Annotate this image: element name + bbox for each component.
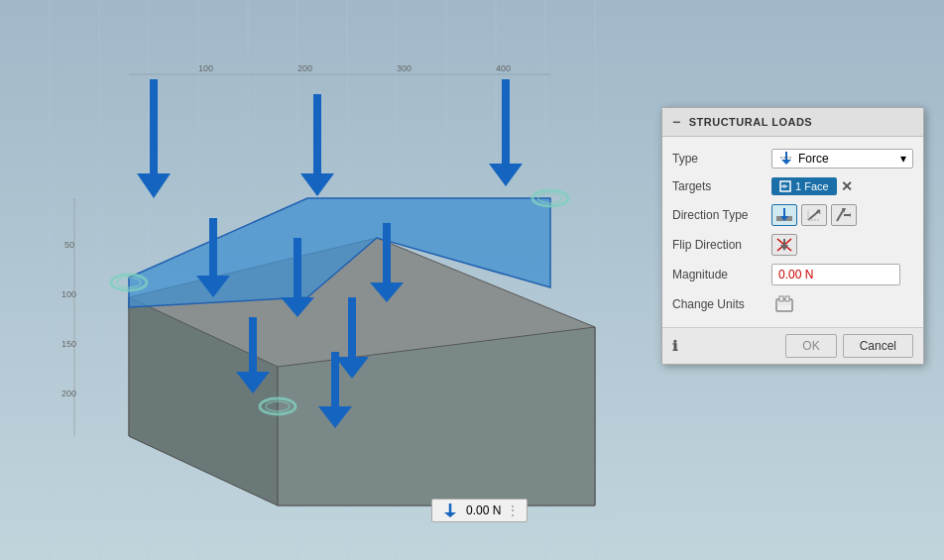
targets-content: 1 Face ✕ <box>771 177 913 195</box>
force-type-icon <box>778 152 794 166</box>
svg-text:150: 150 <box>61 339 76 349</box>
type-value: Force <box>798 152 829 166</box>
svg-line-82 <box>837 209 844 221</box>
svg-rect-90 <box>776 299 792 311</box>
change-units-row: Change Units <box>662 289 923 319</box>
magnitude-label: Magnitude <box>672 268 771 281</box>
flip-direction-label: Flip Direction <box>672 238 771 252</box>
change-units-content <box>771 293 913 315</box>
flip-direction-content <box>771 234 913 256</box>
svg-text:50: 50 <box>64 240 74 250</box>
change-units-button[interactable] <box>771 293 797 315</box>
direction-type-normal-button[interactable] <box>771 204 797 226</box>
panel-header: − STRUCTURAL LOADS <box>662 108 923 137</box>
dropdown-arrow-icon: ▾ <box>900 152 906 166</box>
svg-marker-69 <box>444 512 456 517</box>
axis-direction-icon <box>835 207 853 223</box>
ok-button[interactable]: OK <box>785 334 836 358</box>
type-label: Type <box>672 152 771 166</box>
svg-text:100: 100 <box>61 289 76 299</box>
collapse-icon[interactable]: − <box>672 114 681 130</box>
magnitude-content <box>771 264 913 285</box>
svg-text:200: 200 <box>297 63 312 73</box>
normal-to-face-icon <box>775 207 793 223</box>
structural-loads-panel: − STRUCTURAL LOADS Type Force <box>661 107 924 365</box>
direction-type-axis-button[interactable] <box>831 204 857 226</box>
footer-buttons: OK Cancel <box>785 334 913 358</box>
svg-rect-92 <box>785 296 789 301</box>
overflow-dots[interactable]: ⋮ <box>507 504 519 517</box>
targets-row: Targets 1 Face ✕ <box>662 172 923 200</box>
face-select-icon <box>779 180 791 192</box>
svg-text:400: 400 <box>496 63 511 73</box>
direction-type-row: Direction Type <box>662 200 923 230</box>
targets-value: 1 Face <box>795 180 829 192</box>
cancel-button[interactable]: Cancel <box>843 334 913 358</box>
floating-value-text: 0.00 N <box>466 504 501 517</box>
svg-rect-91 <box>779 296 783 301</box>
magnitude-row: Magnitude <box>662 260 923 289</box>
info-icon[interactable]: ℹ <box>672 338 677 354</box>
svg-text:300: 300 <box>397 63 412 73</box>
svg-text:100: 100 <box>198 63 213 73</box>
direction-type-label: Direction Type <box>672 208 771 222</box>
direction-type-component-button[interactable] <box>801 204 827 226</box>
svg-marker-71 <box>781 160 791 165</box>
units-icon-svg <box>774 295 794 313</box>
type-dropdown[interactable]: Force ▾ <box>771 149 913 168</box>
targets-select-button[interactable]: 1 Face <box>771 177 837 195</box>
targets-clear-button[interactable]: ✕ <box>841 178 853 194</box>
floating-value-display: 0.00 N ⋮ <box>431 499 528 522</box>
panel-footer: ℹ OK Cancel <box>662 327 923 364</box>
svg-marker-74 <box>780 184 788 188</box>
force-icon-small <box>440 503 460 518</box>
flip-icon-svg <box>775 237 793 253</box>
type-content: Force ▾ <box>771 149 913 168</box>
flip-direction-row: Flip Direction <box>662 230 923 260</box>
targets-label: Targets <box>672 179 771 193</box>
svg-marker-85 <box>850 212 851 218</box>
direction-type-content <box>771 204 913 226</box>
svg-text:200: 200 <box>61 389 76 398</box>
component-direction-icon <box>805 207 823 223</box>
change-units-label: Change Units <box>672 297 771 311</box>
panel-title: STRUCTURAL LOADS <box>689 116 813 128</box>
flip-direction-button[interactable] <box>771 234 797 256</box>
magnitude-input[interactable] <box>771 264 900 285</box>
panel-body: Type Force ▾ Targe <box>662 137 923 327</box>
type-row: Type Force ▾ <box>662 145 923 172</box>
